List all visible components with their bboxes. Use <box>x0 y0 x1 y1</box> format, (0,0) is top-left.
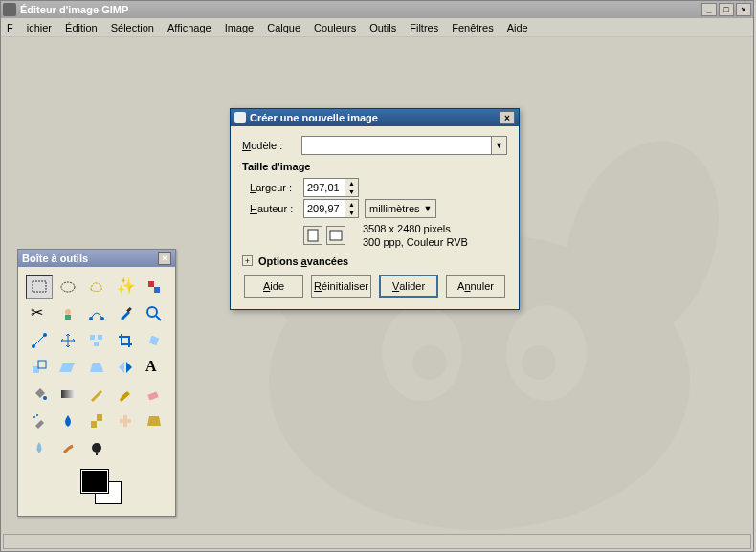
spinner-up-icon[interactable]: ▲ <box>345 200 358 209</box>
bucket-fill-tool[interactable] <box>26 382 53 407</box>
ok-button[interactable]: Valider <box>379 275 438 298</box>
advanced-expander[interactable]: + Options avancées <box>242 255 507 267</box>
spinner-down-icon[interactable]: ▼ <box>345 209 358 217</box>
heal-tool[interactable] <box>112 408 139 433</box>
spinner-up-icon[interactable]: ▲ <box>345 179 358 188</box>
blur-tool[interactable] <box>26 435 53 460</box>
svg-marker-30 <box>119 362 124 373</box>
perspective-clone-tool[interactable] <box>141 408 167 433</box>
perspective-tool[interactable] <box>83 355 110 380</box>
width-spinner[interactable]: ▲▼ <box>303 178 359 197</box>
toolbox-window: Boîte à outils × ✨ ✂ A <box>17 249 176 517</box>
svg-rect-44 <box>308 230 318 241</box>
shear-tool[interactable] <box>55 355 81 380</box>
svg-rect-13 <box>65 315 71 320</box>
height-spinner[interactable]: ▲▼ <box>303 199 359 218</box>
zoom-tool[interactable] <box>141 301 167 326</box>
unit-select[interactable]: millimètres ▼ <box>365 199 436 218</box>
dialog-titlebar[interactable]: Créer une nouvelle image × <box>231 109 519 126</box>
svg-point-20 <box>32 344 35 348</box>
close-button[interactable]: × <box>736 3 751 16</box>
menu-select[interactable]: Sélection <box>111 22 154 33</box>
svg-rect-43 <box>96 453 98 455</box>
spinner-down-icon[interactable]: ▼ <box>345 188 358 196</box>
svg-point-21 <box>43 333 47 337</box>
dropdown-arrow-icon[interactable]: ▼ <box>424 204 433 213</box>
dropdown-arrow-icon[interactable]: ▼ <box>491 137 506 154</box>
crop-tool[interactable] <box>112 328 139 353</box>
ink-tool[interactable] <box>55 408 81 433</box>
width-input[interactable] <box>304 179 345 196</box>
expander-plus-icon[interactable]: + <box>242 255 253 266</box>
menu-colors[interactable]: Couleurs <box>314 22 356 33</box>
foreground-select-tool[interactable] <box>55 301 81 326</box>
menu-layer[interactable]: Calque <box>267 22 300 33</box>
blend-tool[interactable] <box>55 382 81 407</box>
menu-edit[interactable]: Édition <box>65 22 98 33</box>
svg-point-35 <box>33 416 35 418</box>
flip-tool[interactable] <box>112 355 139 380</box>
ellipse-select-tool[interactable] <box>55 275 81 299</box>
paths-tool[interactable] <box>83 301 110 326</box>
minimize-button[interactable]: _ <box>701 3 717 16</box>
landscape-button[interactable] <box>326 226 345 245</box>
width-label: Largeur : <box>250 182 303 193</box>
height-input[interactable] <box>304 200 345 217</box>
rect-select-tool[interactable] <box>26 275 53 299</box>
paintbrush-tool[interactable] <box>112 382 139 407</box>
dodge-burn-tool[interactable] <box>83 435 110 460</box>
svg-line-19 <box>33 335 45 346</box>
height-label: Hauteur : <box>250 203 303 214</box>
free-select-tool[interactable] <box>83 275 110 299</box>
move-tool[interactable] <box>55 328 81 353</box>
color-picker-tool[interactable] <box>112 301 139 326</box>
svg-point-17 <box>147 307 157 317</box>
pencil-tool[interactable] <box>83 382 110 407</box>
color-swatches <box>22 468 171 508</box>
align-tool[interactable] <box>83 328 110 353</box>
svg-rect-38 <box>97 414 102 421</box>
rotate-tool[interactable] <box>141 328 167 353</box>
cancel-button[interactable]: Annuler <box>446 275 505 298</box>
svg-rect-8 <box>33 281 46 292</box>
menu-view[interactable]: Affichage <box>167 22 211 33</box>
scale-tool[interactable] <box>26 355 53 380</box>
airbrush-tool[interactable] <box>26 408 53 433</box>
info-pixels: 3508 x 2480 pixels <box>363 222 468 235</box>
measure-tool[interactable] <box>26 328 53 353</box>
help-button[interactable]: Aide <box>244 275 303 298</box>
menu-file[interactable]: Fichier <box>7 22 52 33</box>
clone-tool[interactable] <box>83 408 110 433</box>
menu-windows[interactable]: Fenêtres <box>452 22 493 33</box>
portrait-button[interactable] <box>303 226 322 245</box>
scissors-tool[interactable]: ✂ <box>26 301 53 326</box>
svg-rect-22 <box>90 335 95 340</box>
svg-marker-41 <box>147 416 161 426</box>
svg-rect-37 <box>91 421 97 428</box>
svg-rect-16 <box>126 307 132 313</box>
menu-filters[interactable]: Filtres <box>410 22 438 33</box>
reset-button[interactable]: Réinitialiser <box>311 275 371 298</box>
menubar: Fichier Édition Sélection Affichage Imag… <box>1 18 753 37</box>
toolbox-close-button[interactable]: × <box>158 252 171 265</box>
toolbox-titlebar[interactable]: Boîte à outils × <box>18 250 175 267</box>
svg-point-42 <box>92 443 101 453</box>
svg-rect-34 <box>147 391 158 400</box>
by-color-select-tool[interactable] <box>141 275 167 299</box>
eraser-tool[interactable] <box>141 382 167 407</box>
image-size-section: Taille d'image <box>242 161 507 172</box>
smudge-tool[interactable] <box>55 435 81 460</box>
fuzzy-select-tool[interactable]: ✨ <box>112 275 139 299</box>
svg-rect-40 <box>123 415 127 427</box>
titlebar: Éditeur d'image GIMP _ □ × <box>1 1 753 18</box>
foreground-color-swatch[interactable] <box>81 470 108 493</box>
maximize-button[interactable]: □ <box>719 3 734 16</box>
menu-tools[interactable]: Outils <box>369 22 396 33</box>
text-tool[interactable]: A <box>141 355 167 380</box>
menu-image[interactable]: Image <box>225 22 255 33</box>
template-select[interactable]: ▼ <box>301 136 507 155</box>
svg-point-12 <box>65 309 71 315</box>
menu-help[interactable]: Aide <box>507 22 528 33</box>
svg-marker-29 <box>90 363 103 372</box>
dialog-close-button[interactable]: × <box>500 111 515 124</box>
